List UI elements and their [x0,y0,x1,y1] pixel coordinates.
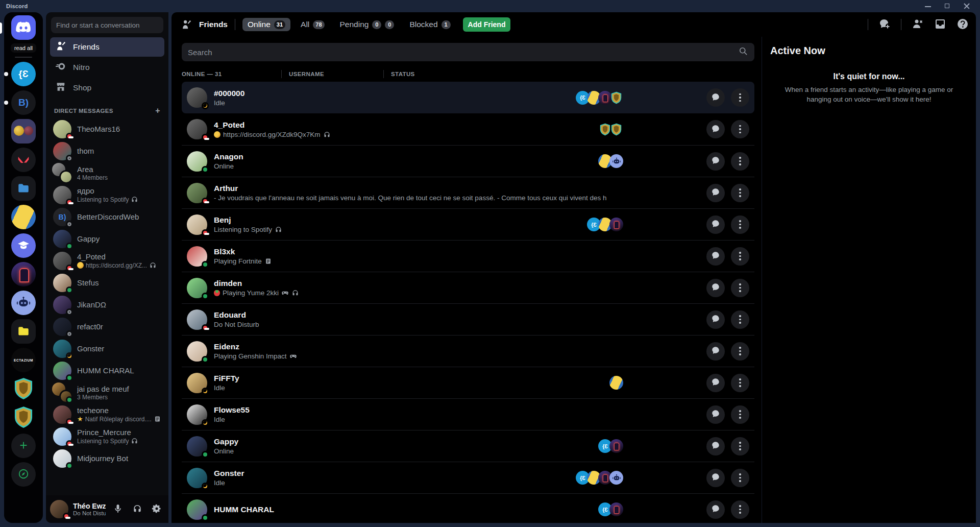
message-button[interactable] [706,279,725,297]
friend-row[interactable]: EidenzPlaying Genshin Impact [182,335,754,367]
dm-item[interactable]: refact0r [50,316,164,338]
friend-row[interactable]: dimdenPlaying Yume 2kki [182,272,754,303]
dm-item[interactable]: Gappy [50,228,164,250]
message-button[interactable] [706,152,725,171]
message-button[interactable] [706,88,725,107]
more-button[interactable] [731,500,749,519]
dm-item[interactable]: thom [50,140,164,162]
create-dm-button[interactable]: + [155,107,160,115]
friend-row[interactable]: 4_Potedhttps://discord.gg/XZdk9Qx7Km [182,113,754,145]
minimize-button[interactable] [925,3,931,9]
more-button[interactable] [731,184,749,202]
server-icon-shield[interactable] [11,405,36,429]
server-icon-shield[interactable] [11,376,36,401]
dm-item[interactable]: Midjourney Bot [50,447,164,469]
server-icon-vault[interactable] [11,205,36,229]
deafen-button[interactable] [130,501,145,517]
sidebar-item-shop[interactable]: Shop [50,78,164,98]
help-button[interactable] [957,18,969,32]
friend-row[interactable]: FiFFTyIdle [182,367,754,398]
message-button[interactable] [706,120,725,138]
server-icon-coins[interactable] [11,119,36,143]
dm-item[interactable]: HUMM CHARAL [50,360,164,381]
message-button[interactable] [706,500,725,519]
server-icon-ectazium[interactable]: ECTAZIUM [11,348,36,372]
server-icon-bd[interactable]: B) [11,90,36,115]
inbox-button[interactable] [934,18,946,32]
new-group-dm-button[interactable] [878,18,891,32]
user-info[interactable]: Théo Ewz... Do Not Distu... [73,502,106,516]
dm-item[interactable]: JikanDΩ [50,294,164,316]
dm-item[interactable]: Area4 Members [50,162,164,184]
tab-all[interactable]: All 78 [296,18,329,31]
friend-row[interactable]: Arthur- Je voudrais que l'anneau ne soit… [182,177,754,208]
server-icon-robot[interactable] [11,291,36,315]
more-button[interactable] [731,374,749,392]
sidebar-item-friends[interactable]: Friends [50,37,164,57]
friend-row[interactable]: GonsterIdle{Ɛ [182,462,754,493]
friend-row[interactable]: Flowse55Idle [182,398,754,430]
discord-home-button[interactable] [11,15,36,40]
server-icon-e[interactable]: {Ɛ [11,62,36,86]
message-button[interactable] [706,247,725,266]
more-button[interactable] [731,152,749,171]
message-button[interactable] [706,374,725,392]
dm-item[interactable]: Stefus [50,272,164,294]
user-avatar[interactable] [50,500,68,518]
friends-search[interactable] [182,43,754,61]
close-button[interactable] [964,3,970,9]
friend-row[interactable]: AnagonOnline [182,145,754,177]
add-friend-button[interactable]: Add Friend [463,17,511,32]
more-button[interactable] [731,120,749,138]
message-button[interactable] [706,405,725,424]
more-button[interactable] [731,437,749,456]
dm-item[interactable]: TheoMars16 [50,118,164,140]
friend-row[interactable]: HUMM CHARAL{Ɛ [182,493,754,523]
message-button[interactable] [706,215,725,234]
tab-online[interactable]: Online 31 [242,18,290,31]
server-icon-grad[interactable] [11,233,36,258]
tab-blocked[interactable]: Blocked 1 [404,18,455,31]
more-button[interactable] [731,469,749,487]
server-icon-valorant[interactable] [11,148,36,172]
message-button[interactable] [706,310,725,329]
add-server-button[interactable] [11,434,36,458]
friend-row[interactable]: GappyOnline{Ɛ [182,430,754,462]
explore-servers-button[interactable] [11,462,36,487]
conversation-search-input[interactable] [56,21,158,29]
friend-row[interactable]: EdouardDo Not Disturb [182,303,754,335]
more-button[interactable] [731,247,749,266]
dm-header-label[interactable]: DIRECT MESSAGES [54,108,113,114]
server-icon-folder-yellow[interactable] [11,319,36,344]
more-button[interactable] [731,88,749,107]
tab-pending[interactable]: Pending 0 0 [335,18,400,31]
dm-item[interactable]: Gonster [50,338,164,360]
friends-search-input[interactable] [188,48,738,57]
server-icon-folder-blue[interactable] [11,176,36,201]
mute-microphone-button[interactable] [110,501,126,517]
message-button[interactable] [706,342,725,361]
server-icon-door[interactable] [11,262,36,286]
dm-item[interactable]: techeone★Natif Rôleplay discord.... [50,403,164,425]
dm-item[interactable]: ядроListening to Spotify [50,184,164,206]
user-settings-button[interactable] [149,501,164,517]
message-button[interactable] [706,469,725,487]
dm-item[interactable]: B)BetterDiscordWeb [50,206,164,228]
dm-item[interactable]: jai pas de meuf3 Members [50,381,164,403]
more-button[interactable] [731,405,749,424]
friend-row[interactable]: Bl3xkPlaying Fortnite [182,240,754,272]
sidebar-item-nitro[interactable]: Nitro [50,58,164,77]
message-button[interactable] [706,184,725,202]
conversation-search[interactable] [51,17,163,33]
more-button[interactable] [731,279,749,297]
dm-item[interactable]: 4_Potedhttps://discord.gg/XZ... [50,250,164,272]
remove-friend-button[interactable] [912,18,924,32]
more-button[interactable] [731,215,749,234]
message-button[interactable] [706,437,725,456]
more-button[interactable] [731,342,749,361]
friend-row[interactable]: BenjListening to Spotify{Ɛ [182,208,754,240]
maximize-button[interactable] [944,3,950,9]
dm-item[interactable]: Prince_MercureListening to Spotify [50,425,164,447]
friend-row[interactable]: #000000Idle{Ɛ [182,82,754,113]
more-button[interactable] [731,310,749,329]
